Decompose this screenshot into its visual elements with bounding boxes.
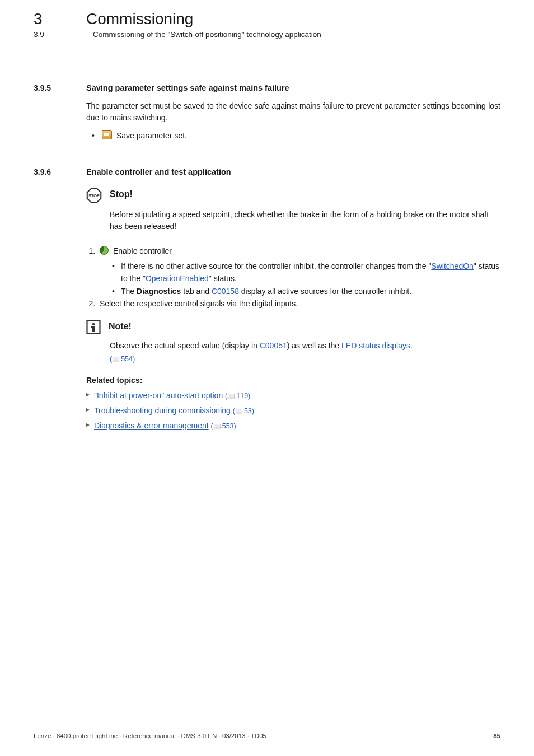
note-body-pre: Observe the actual speed value (display … xyxy=(110,341,260,350)
link-c00158[interactable]: C00158 xyxy=(212,287,239,296)
footer-left: Lenze · 8400 protec HighLine · Reference… xyxy=(34,732,266,739)
svg-point-3 xyxy=(92,323,95,325)
link-operation-enabled[interactable]: OperationEnabled xyxy=(146,274,209,283)
page-number: 85 xyxy=(493,732,500,739)
link-switched-on[interactable]: SwitchedOn xyxy=(431,262,473,270)
step1b-pre: The xyxy=(121,287,137,296)
link-related-0[interactable]: "Inhibit at power-on" auto-start option xyxy=(94,391,223,400)
related-item-1: Trouble-shooting during commissioning (5… xyxy=(86,403,500,418)
save-parameter-set-label: Save parameter set. xyxy=(116,131,187,140)
step1a-post: " status. xyxy=(209,274,237,283)
divider-dashed: _ _ _ _ _ _ _ _ _ _ _ _ _ _ _ _ _ _ _ _ … xyxy=(34,54,500,63)
svg-rect-5 xyxy=(91,326,93,328)
save-icon xyxy=(102,130,112,139)
note-callout-title: Note! xyxy=(109,321,132,332)
stop-callout-body: Before stipulating a speed setpoint, che… xyxy=(110,209,500,232)
save-parameter-set-item: Save parameter set. xyxy=(96,129,500,142)
note-pageref-num: 554 xyxy=(121,355,133,363)
related-0-page: 119 xyxy=(236,392,248,400)
subchapter-title: Commissioning of the "Switch-off positio… xyxy=(93,30,321,39)
related-1-page: 53 xyxy=(244,407,252,415)
note-body-mid: ) as well as the xyxy=(287,341,341,350)
note-pageref[interactable]: (554) xyxy=(110,355,135,363)
subchapter-number: 3.9 xyxy=(34,30,56,39)
step-1-label: Enable controller xyxy=(113,246,172,255)
step-1-sub-b: The Diagnostics tab and C00158 display a… xyxy=(118,285,500,297)
section-number-395: 3.9.5 xyxy=(34,83,64,92)
related-item-0: "Inhibit at power-on" auto-start option … xyxy=(86,388,500,403)
related-2-pageref[interactable]: (553) xyxy=(211,422,236,430)
info-icon xyxy=(86,320,101,334)
section-number-396: 3.9.6 xyxy=(34,167,64,176)
step1b-mid: tab and xyxy=(181,287,212,296)
step-1-sub-a: If there is no other active source for t… xyxy=(118,260,500,285)
link-c00051[interactable]: C00051 xyxy=(260,341,287,350)
link-led-status-displays[interactable]: LED status displays xyxy=(341,341,410,350)
related-1-pageref[interactable]: (53) xyxy=(233,407,254,415)
step1b-post: display all active sources for the contr… xyxy=(239,287,411,296)
stop-callout-title: Stop! xyxy=(110,189,133,199)
step1b-strong: Diagnostics xyxy=(137,287,181,296)
link-related-1[interactable]: Trouble-shooting during commissioning xyxy=(94,406,231,415)
note-body-post: . xyxy=(410,341,413,350)
related-item-2: Diagnostics & error management (553) xyxy=(86,418,500,433)
step-2: Select the respective control signals vi… xyxy=(97,297,500,310)
stop-icon: STOP xyxy=(86,188,102,203)
related-2-page: 553 xyxy=(222,422,234,430)
step1a-pre: If there is no other active source for t… xyxy=(121,262,431,270)
section-title-396: Enable controller and test application xyxy=(86,167,231,176)
note-callout-body: Observe the actual speed value (display … xyxy=(110,340,500,365)
svg-text:STOP: STOP xyxy=(88,193,100,198)
related-topics-title: Related topics: xyxy=(86,376,500,385)
section-395-paragraph: The parameter set must be saved to the d… xyxy=(86,100,500,124)
chapter-number: 3 xyxy=(34,10,49,28)
run-icon xyxy=(100,246,109,255)
related-0-pageref[interactable]: (119) xyxy=(225,392,250,400)
section-title-395: Saving parameter settings safe against m… xyxy=(86,83,289,92)
step-1: Enable controller If there is no other a… xyxy=(97,245,500,297)
chapter-title: Commissioning xyxy=(86,10,193,28)
link-related-2[interactable]: Diagnostics & error management xyxy=(94,421,209,430)
